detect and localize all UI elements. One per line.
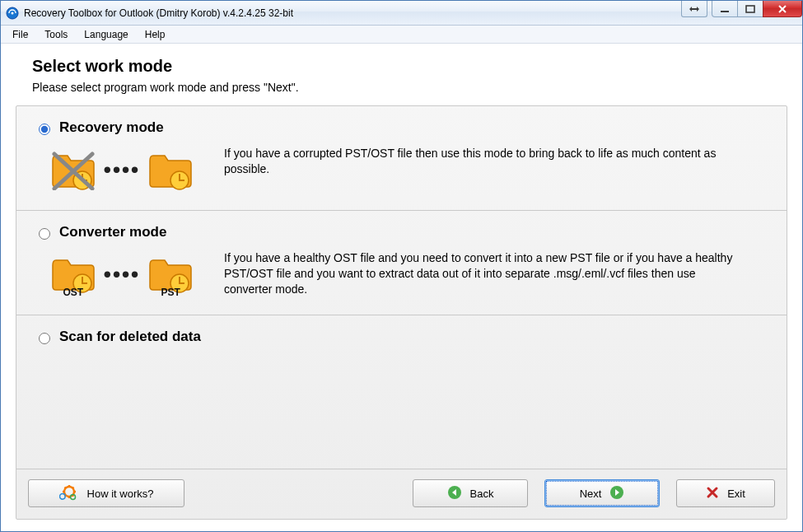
menu-help[interactable]: Help	[138, 27, 172, 42]
how-it-works-label: How it works?	[87, 488, 154, 500]
menu-file[interactable]: File	[6, 27, 35, 42]
page-subtitle: Please select program work mode and pres…	[32, 81, 771, 94]
mode-recovery: Recovery mode ••••	[16, 106, 787, 211]
svg-point-1	[12, 12, 14, 14]
maximize-button[interactable]	[737, 1, 763, 17]
window-title: Recovery Toolbox for Outlook (Dmitry Kor…	[24, 7, 293, 19]
next-label: Next	[580, 488, 602, 500]
titlebar: Recovery Toolbox for Outlook (Dmitry Kor…	[1, 1, 802, 26]
svg-line-13	[64, 487, 66, 488]
mode-scan-option[interactable]: Scan for deleted data	[35, 329, 768, 345]
svg-rect-2	[721, 11, 729, 12]
menu-tools[interactable]: Tools	[38, 27, 74, 42]
close-icon	[706, 486, 719, 502]
recovery-illustration: ••••	[40, 144, 204, 195]
minimize-button[interactable]	[712, 1, 738, 17]
mode-scan: Scan for deleted data	[16, 315, 787, 469]
pst-folder-icon: PST	[147, 254, 194, 295]
page-title: Select work mode	[32, 57, 771, 76]
mode-converter-desc: If you have a healthy OST file and you n…	[224, 249, 735, 297]
back-button[interactable]: Back	[413, 479, 528, 507]
gear-icon	[59, 484, 79, 503]
content-area: Select work mode Please select program w…	[1, 44, 802, 531]
pst-label: PST	[147, 287, 194, 298]
ost-label: OST	[49, 287, 97, 298]
mode-converter: Converter mode OST ••••	[16, 211, 787, 315]
svg-point-17	[59, 493, 65, 499]
exit-button[interactable]: Exit	[676, 479, 775, 507]
app-icon	[6, 7, 19, 20]
arrow-left-icon	[447, 485, 462, 502]
mode-recovery-option[interactable]: Recovery mode	[35, 119, 768, 136]
exit-label: Exit	[727, 488, 745, 500]
corrupted-folder-icon	[49, 149, 97, 190]
dots-icon: ••••	[104, 159, 140, 180]
how-it-works-button[interactable]: How it works?	[28, 479, 184, 507]
button-bar: How it works? Back Next	[16, 469, 787, 519]
menubar: File Tools Language Help	[1, 26, 802, 44]
svg-rect-3	[746, 6, 754, 12]
mode-panel: Recovery mode ••••	[16, 105, 787, 520]
mode-recovery-radio[interactable]	[39, 124, 50, 135]
repaired-folder-icon	[147, 149, 194, 190]
menu-language[interactable]: Language	[77, 27, 134, 42]
mode-scan-label: Scan for deleted data	[59, 329, 201, 345]
back-label: Back	[470, 488, 494, 500]
mode-converter-label: Converter mode	[59, 224, 166, 240]
page-header: Select work mode Please select program w…	[16, 52, 787, 105]
mode-scan-radio[interactable]	[39, 333, 50, 344]
svg-line-16	[72, 487, 74, 488]
mode-converter-radio[interactable]	[39, 228, 50, 240]
mode-recovery-label: Recovery mode	[59, 119, 164, 136]
close-button[interactable]	[763, 1, 802, 17]
ost-folder-icon: OST	[49, 254, 97, 295]
converter-illustration: OST •••• PST	[40, 249, 204, 300]
window-controls	[682, 1, 802, 19]
next-button[interactable]: Next	[544, 479, 660, 507]
window-extra-button[interactable]	[681, 1, 707, 17]
arrow-right-icon	[609, 485, 624, 502]
dots-icon: ••••	[104, 264, 140, 285]
mode-converter-option[interactable]: Converter mode	[35, 224, 768, 240]
mode-recovery-desc: If you have a corrupted PST/OST file the…	[224, 144, 735, 177]
app-window: Recovery Toolbox for Outlook (Dmitry Kor…	[0, 0, 803, 532]
